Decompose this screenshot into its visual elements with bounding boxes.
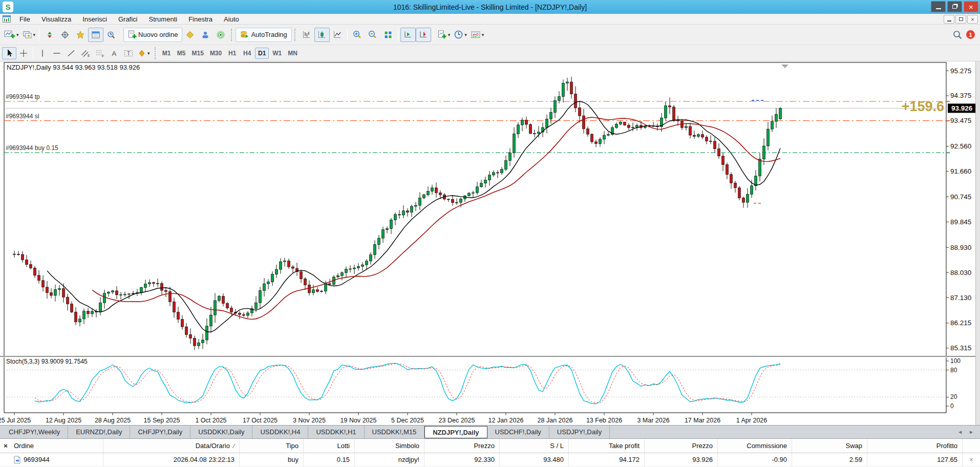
candlestick-chart-button[interactable] [314, 28, 330, 42]
tabs-scroll-left-icon[interactable]: ◄ [957, 429, 963, 435]
col-commissione[interactable]: Commissione [718, 439, 792, 453]
periods-button[interactable]: ▾ [452, 28, 469, 42]
tab-usddkk-h1[interactable]: USDDKK!,H1 [308, 426, 364, 438]
candle-body [153, 283, 155, 284]
tile-windows-button[interactable] [380, 28, 396, 42]
zoom-out-button[interactable] [365, 28, 380, 42]
timeframe-m15[interactable]: M15 [189, 48, 206, 59]
col-data-orario[interactable]: Data/Orario/ [103, 439, 240, 453]
restore-button[interactable] [947, 1, 962, 12]
strategy-tester-button[interactable] [103, 28, 119, 42]
chart-shift-button[interactable] [416, 28, 431, 42]
chart-window[interactable]: #9693944 tp#9693944 sl#9693944 buy 0.15N… [0, 61, 980, 425]
trendline-button[interactable] [64, 47, 78, 59]
auto-scroll-button[interactable] [400, 28, 416, 42]
col-take-profit[interactable]: Take profit [569, 439, 645, 453]
tab-eurnzd-daily[interactable]: EURNZD!,Daily [68, 426, 130, 438]
order-row[interactable]: 9693944 2026.04.08 23:22:13 buy 0.15 nzd… [0, 453, 980, 466]
candle-body [452, 199, 454, 203]
candle-body [353, 268, 356, 269]
tab-usddkk-m15[interactable]: USDDKK!,M15 [365, 426, 425, 438]
zoom-in-button[interactable] [350, 28, 365, 42]
candle-body [87, 311, 90, 314]
date-tick-label: 23 Dec 2025 [439, 417, 475, 424]
new-order-button[interactable]: Nuovo ordine [123, 28, 182, 42]
timeframe-h4[interactable]: H4 [240, 48, 254, 59]
menu-visualizza[interactable]: Visualizza [36, 14, 77, 24]
label-button[interactable]: T [121, 47, 136, 59]
vertical-scrollbar[interactable] [975, 61, 980, 425]
candle-body [263, 284, 266, 290]
data-window-button[interactable] [57, 28, 73, 42]
menu-finestra[interactable]: Finestra [183, 14, 218, 24]
bar-chart-button[interactable] [299, 28, 314, 42]
col-swap[interactable]: Swap [792, 439, 867, 453]
tab-usddkk-daily[interactable]: USDDKK!,Daily [190, 426, 252, 438]
candle-body [558, 96, 561, 100]
col-sl[interactable]: S / L [500, 439, 569, 453]
terminal-close-icon[interactable]: × [4, 442, 8, 450]
minimize-button[interactable] [931, 1, 946, 12]
candle-body [697, 135, 700, 137]
menu-inserisci[interactable]: Inserisci [77, 14, 113, 24]
child-restore-button[interactable] [955, 15, 966, 24]
vertical-line-button[interactable] [35, 47, 50, 59]
line-chart-button[interactable] [330, 28, 345, 42]
equidistant-channel-button[interactable]: E [78, 47, 93, 59]
text-button[interactable]: A [107, 47, 121, 59]
timeframe-d1[interactable]: D1 [255, 48, 269, 59]
tab-nzdjpy-daily[interactable]: NZDJPY!,Daily [424, 426, 487, 438]
fibonacci-button[interactable]: F [93, 47, 107, 59]
tab-usdjpy-daily[interactable]: USDJPY!,Daily [549, 426, 610, 438]
horizontal-line-button[interactable] [50, 47, 64, 59]
menu-strumenti[interactable]: Strumenti [143, 14, 183, 24]
close-button[interactable]: × [964, 1, 978, 12]
cursor-button[interactable] [2, 47, 16, 59]
col-simbolo[interactable]: Simbolo [355, 439, 424, 453]
tabs-scroll-right-icon[interactable]: ► [969, 429, 974, 435]
timeframe-m5[interactable]: M5 [175, 48, 188, 59]
col-lotti[interactable]: Lotti [304, 439, 355, 453]
autotrading-button[interactable]: AutoTrading [236, 28, 291, 42]
col-prezzo-corrente[interactable]: Prezzo [645, 439, 718, 453]
price-chart[interactable]: #9693944 tp#9693944 sl#9693944 buy 0.15N… [0, 61, 980, 425]
crosshair-button[interactable] [16, 47, 31, 59]
menu-grafici[interactable]: Grafici [113, 14, 143, 24]
timeframe-mn[interactable]: MN [285, 48, 300, 59]
order-close-icon[interactable]: × [963, 453, 980, 466]
menu-aiuto[interactable]: Aiuto [218, 14, 245, 24]
notification-badge[interactable]: 1 [966, 30, 975, 39]
tab-chfjpy-weekly[interactable]: CHFJPY!,Weekly [1, 426, 68, 438]
community-button[interactable] [198, 28, 213, 42]
indicators-button[interactable]: ▾ [436, 28, 453, 42]
candle-body [595, 142, 598, 144]
navigator-button[interactable] [73, 28, 88, 42]
tab-chfjpy-daily[interactable]: CHFJPY!,Daily [130, 426, 190, 438]
signals-button[interactable] [213, 28, 228, 42]
terminal-button[interactable] [88, 28, 103, 42]
menu-file[interactable]: File [14, 14, 36, 24]
market-watch-button[interactable] [42, 28, 57, 42]
timeframe-w1[interactable]: W1 [270, 48, 284, 59]
tab-usddkk-h4[interactable]: USDDKK!,H4 [252, 426, 308, 438]
col-tipo[interactable]: Tipo [240, 439, 304, 453]
timeframe-h1[interactable]: H1 [225, 48, 239, 59]
col-prezzo-apertura[interactable]: Prezzo [424, 439, 500, 453]
timeframe-m30[interactable]: M30 [207, 48, 224, 59]
new-chart-button[interactable]: ▾ [2, 28, 21, 42]
metaeditor-button[interactable] [182, 28, 198, 42]
profiles-button[interactable]: ▾ [21, 28, 38, 42]
timeframe-m1[interactable]: M1 [160, 48, 174, 59]
child-close-button[interactable]: × [967, 15, 978, 24]
date-tick-label: 17 Oct 2025 [243, 417, 278, 424]
arrows-button[interactable]: ▾ [136, 47, 152, 59]
chart-plot-frame[interactable] [4, 62, 946, 413]
search-icon[interactable] [953, 30, 962, 39]
col-ordine[interactable]: Ordine [11, 439, 103, 453]
child-minimize-button[interactable] [944, 15, 954, 24]
date-tick-label: 15 Sep 2025 [144, 417, 180, 424]
col-profitto[interactable]: Profitto [867, 439, 963, 453]
templates-button[interactable]: ▾ [469, 28, 486, 42]
stoch-tick-label: 20 [950, 393, 957, 400]
tab-usdchf-daily[interactable]: USDCHF!,Daily [487, 426, 549, 438]
